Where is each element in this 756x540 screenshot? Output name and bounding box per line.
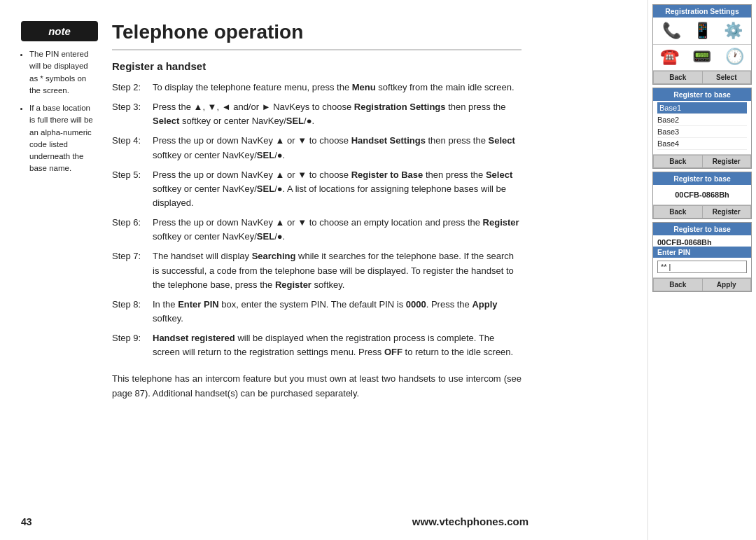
- step-2: Step 2: To display the telephone feature…: [112, 81, 522, 95]
- step-2-label: Step 2:: [112, 81, 153, 95]
- note-text: The PIN entered will be displayed as * s…: [21, 48, 98, 175]
- step-2-text: To display the telephone feature menu, p…: [153, 81, 522, 95]
- phone-icon: 📞: [662, 22, 681, 40]
- panel-1-select-btn[interactable]: Select: [702, 71, 752, 84]
- step-7-text: The handset will display Searching while…: [153, 249, 522, 291]
- panel-4-buttons: Back Apply: [653, 278, 751, 291]
- panel-2-buttons: Back Register: [653, 155, 751, 168]
- panel-4-apply-btn[interactable]: Apply: [702, 278, 752, 291]
- step-8: Step 8: In the Enter PIN box, enter the …: [112, 298, 522, 326]
- panel-4-code: 00CFB-0868Bh: [653, 235, 751, 247]
- website: www.vtechphones.com: [412, 515, 528, 527]
- step-6-label: Step 6:: [112, 216, 153, 244]
- page-title: Telephone operation: [112, 21, 522, 50]
- device-icon: 📟: [692, 48, 711, 66]
- step-8-label: Step 8:: [112, 298, 153, 326]
- panel-register-base-1: Register to base Base1 Base2 Base3 Base4…: [652, 88, 752, 169]
- phone2-icon: ☎️: [660, 48, 679, 66]
- step-3: Step 3: Press the ▲, ▼, ◄ and/or ► NavKe…: [112, 100, 522, 128]
- step-3-label: Step 3:: [112, 100, 153, 128]
- step-4: Step 4: Press the up or down NavKey ▲ or…: [112, 134, 522, 162]
- main-content: note The PIN entered will be displayed a…: [0, 0, 648, 540]
- panel-1-header: Registration Settings: [653, 5, 751, 18]
- panel-register-base-2: Register to base 00CFB-0868Bh Back Regis…: [652, 172, 752, 219]
- note-box: note The PIN entered will be displayed a…: [21, 21, 98, 181]
- step-4-text: Press the up or down NavKey ▲ or ▼ to ch…: [153, 134, 522, 162]
- panel-2-header: Register to base: [653, 88, 751, 101]
- footer-text: This telephone has an intercom feature b…: [112, 372, 522, 401]
- settings-icon: ⚙️: [724, 22, 743, 40]
- section-title: Register a handset: [112, 60, 522, 72]
- page-bottom: 43 www.vtechphones.com: [21, 515, 528, 527]
- pin-input[interactable]: ** |: [657, 261, 747, 273]
- base2-item[interactable]: Base2: [657, 114, 747, 126]
- step-4-label: Step 4:: [112, 134, 153, 162]
- panel-registration-settings: Registration Settings 📞 📱 ⚙️ ☎️ 📟 🕐 Back…: [652, 4, 752, 85]
- panel-4-back-btn[interactable]: Back: [653, 278, 702, 291]
- panel-2-list: Base1 Base2 Base3 Base4: [653, 101, 751, 151]
- note-bullet-2: If a base location is full there will be…: [29, 102, 98, 175]
- panel-3-register-btn[interactable]: Register: [702, 205, 752, 219]
- step-7: Step 7: The handset will display Searchi…: [112, 249, 522, 291]
- sidebar: Registration Settings 📞 📱 ⚙️ ☎️ 📟 🕐 Back…: [648, 0, 756, 540]
- step-9-label: Step 9:: [112, 331, 153, 359]
- panel-2-register-btn[interactable]: Register: [702, 155, 752, 168]
- panel-3-code: 00CFB-0868Bh: [653, 185, 751, 202]
- handset-icon: 📱: [693, 22, 712, 40]
- step-9-text: Handset registered will be displayed whe…: [153, 331, 522, 359]
- step-5-label: Step 5:: [112, 168, 153, 210]
- base1-item[interactable]: Base1: [657, 102, 747, 114]
- content-area: Telephone operation Register a handset S…: [112, 21, 522, 401]
- steps-container: Step 2: To display the telephone feature…: [112, 81, 522, 359]
- step-7-label: Step 7:: [112, 249, 153, 291]
- page-number: 43: [21, 516, 32, 527]
- note-label: note: [21, 21, 98, 41]
- base4-item[interactable]: Base4: [657, 138, 747, 150]
- step-5-text: Press the up or down NavKey ▲ or ▼ to ch…: [153, 168, 522, 210]
- base3-item[interactable]: Base3: [657, 126, 747, 138]
- panel-2-back-btn[interactable]: Back: [653, 155, 702, 168]
- step-3-text: Press the ▲, ▼, ◄ and/or ► NavKeys to ch…: [153, 100, 522, 128]
- panel-1-back-btn[interactable]: Back: [653, 71, 702, 84]
- panel-3-back-btn[interactable]: Back: [653, 205, 702, 219]
- note-bullet-1: The PIN entered will be displayed as * s…: [29, 48, 98, 97]
- clock-icon: 🕐: [725, 48, 744, 66]
- step-6-text: Press the up or down NavKey ▲ or ▼ to ch…: [153, 216, 522, 244]
- panel-3-buttons: Back Register: [653, 205, 751, 219]
- step-9: Step 9: Handset registered will be displ…: [112, 331, 522, 359]
- panel-register-base-3: Register to base 00CFB-0868Bh Enter PIN …: [652, 222, 752, 292]
- panel-1-icons: 📞 📱 ⚙️: [653, 18, 751, 45]
- step-6: Step 6: Press the up or down NavKey ▲ or…: [112, 216, 522, 244]
- step-8-text: In the Enter PIN box, enter the system P…: [153, 298, 522, 326]
- panel-3-header: Register to base: [653, 172, 751, 185]
- panel-4-header: Register to base: [653, 223, 751, 235]
- step-5: Step 5: Press the up or down NavKey ▲ or…: [112, 168, 522, 210]
- enter-pin-label: Enter PIN: [653, 247, 751, 258]
- panel-1-buttons: Back Select: [653, 71, 751, 84]
